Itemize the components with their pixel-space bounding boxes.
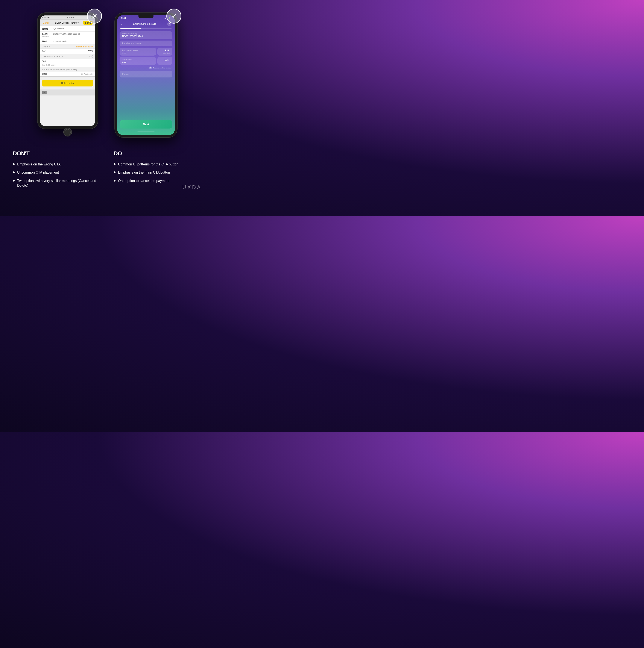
home-button[interactable] [63,128,72,137]
bank-input-label: To Nordea Bank Norge [122,33,170,35]
send-currency-group[interactable]: EUR › 136,507.60 [157,48,172,56]
scheduled-section: SCHEDULED EXECUTION (OPTIONAL) Date 16 A… [40,67,95,76]
reason-placeholder[interactable]: line 2 (35 chars) [40,63,95,67]
date-label: Date [42,73,47,75]
remove-currency-icon[interactable]: ✕ [149,66,152,69]
check-icon: ✓ [171,13,177,20]
do-bullet-1: Common UI patterns for the CTA button [114,162,202,167]
currency-label: EUR [42,49,47,52]
receive-currency-row: CZK › [165,59,170,61]
dont-column: DON'T Emphasis on the wrong CTA Uncommon… [13,150,101,188]
discount-label: Enter discount [76,46,93,48]
do-bullet-2: Emphasis on the main CTA button [114,170,202,175]
dont-bullet-list: Emphasis on the wrong CTA Uncommon CTA p… [13,162,101,188]
bank-iban-group[interactable]: To Nordea Bank Norge NO9622658628243 [119,31,172,39]
bullet-dot-icon [114,171,115,173]
iban-value: DE02 1001 1001 2620 5038 60 [53,33,93,35]
bottom-section: DON'T Emphasis on the wrong CTA Uncommon… [0,146,215,197]
bullet-dot-icon [114,163,115,165]
new-screen-title: Enter payment details [133,22,156,25]
old-nav-bar: Cancel SEPA Credit Transfer Send [40,19,95,26]
remove-currency-label[interactable]: Remove another currency [153,67,172,69]
send-from-label: Send from main account [122,49,154,51]
cancel-button[interactable]: Cancel [43,21,50,24]
old-form: Name Ilya Zubarev IBAN Converter DE02 10… [40,26,95,126]
do-bullet-3: One option to cancel the payment [114,178,202,183]
dont-heading: DON'T [13,150,101,157]
do-phone-wrapper: ✓ 9:41 ▲ ● 🔋 ‹ Enter payment details ✕ [115,13,177,137]
add-reason-button[interactable]: + [90,55,93,58]
send-amount: 0.00 [122,51,154,54]
payee-receives-group[interactable]: Payee receives 0.00 [119,57,156,65]
name-row: Name Ilya Zubarev [40,26,95,32]
do-heading: DO [114,150,202,157]
progress-bar-fill [120,28,141,29]
progress-bar-track [120,28,171,29]
send-currency-label: EUR [164,49,169,52]
bullet-dot-icon [13,171,14,173]
delete-order-button[interactable]: Delete order [42,79,93,87]
new-nav-bar: ‹ Enter payment details ✕ [117,20,175,27]
do-bullet-list: Common UI patterns for the CTA button Em… [114,162,202,183]
scheduled-header: SCHEDULED EXECUTION (OPTIONAL) [40,67,95,71]
receiver-name-placeholder: Receiver's full name [122,42,170,45]
home-indicator [137,131,155,132]
bullet-dot-icon [13,180,14,181]
new-time-label: 9:41 [121,17,126,19]
receive-row: Payee receives 0.00 CZK › [119,57,172,65]
do-column: DO Common UI patterns for the CTA button… [114,150,202,188]
receive-currency-group[interactable]: CZK › [157,57,172,65]
new-form: To Nordea Bank Norge NO9622658628243 Rec… [117,30,175,135]
dont-bullet-2: Uncommon CTA placement [13,170,101,175]
send-currency-chevron-icon: › [169,50,170,52]
amount-row: EUR 0,01 [40,49,95,54]
bank-value: N26 Bank Berlin [53,40,93,43]
amount-value: 0,01 [89,49,93,52]
receive-amount: 0.00 [122,60,154,63]
bullet-dot-icon [114,180,115,181]
spacer [119,79,172,118]
receive-currency-label: CZK [165,59,169,61]
send-balance: 136,507.60 [163,52,170,54]
receive-currency-chevron-icon: › [169,59,170,61]
iban-label: IBAN Converter [42,33,53,38]
date-row: Date 16 Apr 2018 › [40,71,95,76]
amount-header: AMOUNT Enter discount [40,44,95,48]
amount-section: AMOUNT Enter discount EUR 0,01 [40,44,95,54]
back-button[interactable]: ‹ [120,21,122,26]
iban-row: IBAN Converter DE02 1001 1001 2620 5038 … [40,32,95,39]
send-from-group[interactable]: Send from main account 0.00 [119,48,156,56]
dont-bullet-1: Emphasis on the wrong CTA [13,162,101,167]
x-icon: ✕ [92,13,97,20]
old-time-label: 9:41 AM [67,16,74,18]
bullet-dot-icon [13,163,14,165]
new-phone: 9:41 ▲ ● 🔋 ‹ Enter payment details ✕ [115,13,177,137]
reason-section: TRANSFER REASON + Test line 2 (35 chars) [40,54,95,67]
reason-text[interactable]: Test [40,59,95,63]
remove-currency-row: ✕ Remove another currency [119,66,172,69]
next-button[interactable]: Next [119,120,172,128]
carrier-label: ●●○○ GS [42,16,50,18]
send-currency-row: EUR › [164,49,170,52]
dont-phone-wrapper: ✕ ●●○○ GS 9:41 AM 🔋 Cancel SEPA Credit T… [38,13,98,129]
camera-icon[interactable] [42,91,47,94]
dont-badge: ✕ [87,9,102,23]
payee-receives-label: Payee receives [122,59,154,60]
purpose-input[interactable]: Purpose [119,71,172,77]
progress-bar-container [117,27,175,30]
dont-bullet-3: Two options with very similar meanings (… [13,178,101,188]
receiver-name-group[interactable]: Receiver's full name [119,41,172,46]
uxda-logo: UXDA [182,184,202,190]
bank-row: Bank N26 Bank Berlin [40,39,95,44]
name-label: Name [42,28,53,30]
contact-section: Name Ilya Zubarev IBAN Converter DE02 10… [40,26,95,44]
old-phone: ●●○○ GS 9:41 AM 🔋 Cancel SEPA Credit Tra… [38,13,98,129]
send-row: Send from main account 0.00 EUR › 136,50… [119,48,172,56]
camera-bar [40,90,95,96]
old-screen-title: SEPA Credit Transfer [55,21,79,24]
do-badge: ✓ [166,9,182,23]
notch [139,15,153,18]
bank-iban-value: NO9622658628243 [122,35,170,38]
date-value[interactable]: 16 Apr 2018 › [81,73,93,75]
reason-header: TRANSFER REASON + [40,54,95,59]
